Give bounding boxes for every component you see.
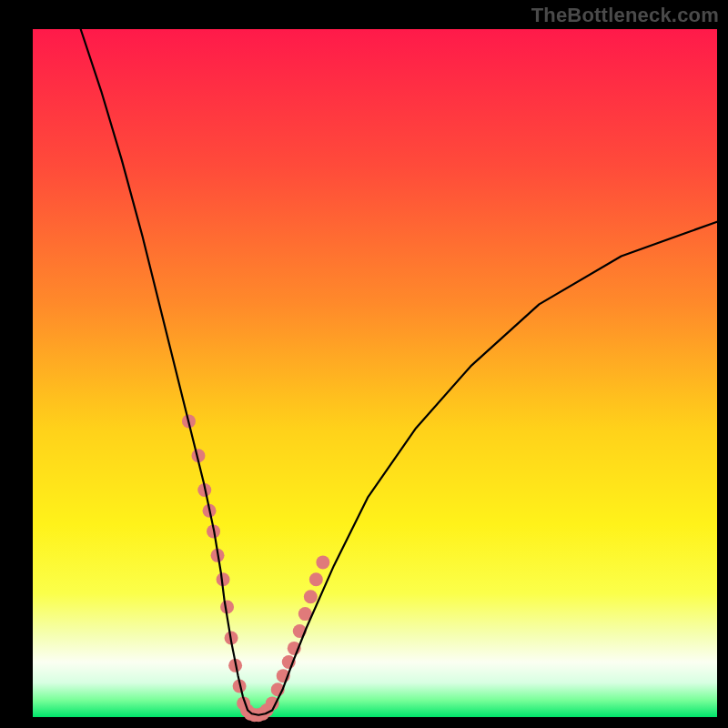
plot-background xyxy=(33,29,717,717)
watermark-text: TheBottleneck.com xyxy=(531,4,719,27)
chart-stage: TheBottleneck.com xyxy=(0,0,728,728)
marker-dot xyxy=(304,590,318,603)
marker-dot xyxy=(309,572,323,586)
chart-svg xyxy=(0,0,728,728)
marker-dot xyxy=(316,555,329,569)
